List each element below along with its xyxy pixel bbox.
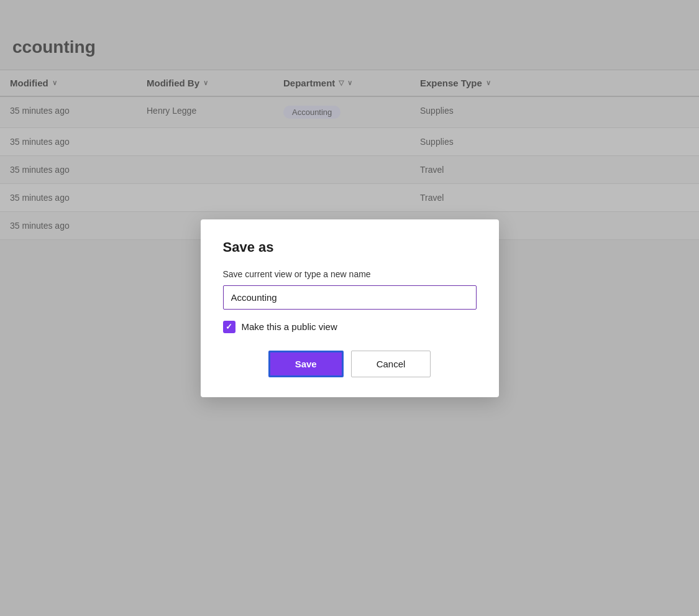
view-name-input[interactable]	[223, 285, 477, 310]
public-view-label: Make this a public view	[242, 321, 337, 332]
save-as-modal: Save as Save current view or type a new …	[201, 219, 499, 397]
public-view-row: ✓ Make this a public view	[223, 321, 477, 333]
modal-overlay: Save as Save current view or type a new …	[0, 0, 699, 616]
cancel-button[interactable]: Cancel	[351, 351, 431, 377]
modal-actions: Save Cancel	[223, 351, 477, 377]
checkmark-icon: ✓	[226, 323, 232, 331]
modal-label: Save current view or type a new name	[223, 269, 477, 279]
modal-title: Save as	[223, 239, 477, 255]
save-button[interactable]: Save	[268, 351, 344, 377]
public-view-checkbox[interactable]: ✓	[223, 321, 235, 333]
